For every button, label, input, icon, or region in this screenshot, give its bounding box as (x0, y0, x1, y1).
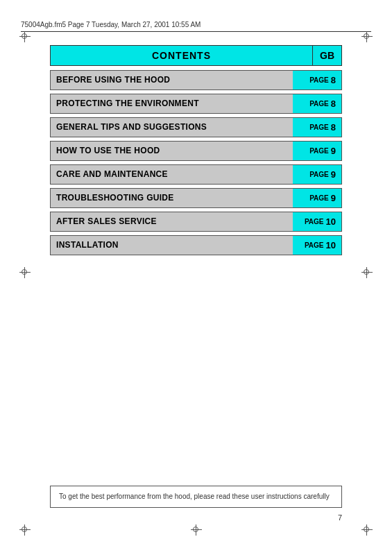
page-num: 8 (331, 99, 336, 109)
crosshair-mid-right (361, 267, 373, 278)
gb-label: GB (312, 45, 342, 66)
crosshair-bottom-center (191, 524, 202, 536)
toc-item-label: GENERAL TIPS AND SUGGESTIONS (51, 118, 293, 137)
toc-item-label: AFTER SALES SERVICE (51, 212, 293, 231)
toc-item-page: PAGE9 (293, 165, 341, 184)
toc-row: BEFORE USING THE HOODPAGE8 (50, 70, 342, 90)
toc-item-label: INSTALLATION (51, 236, 293, 255)
contents-header: CONTENTS GB (50, 45, 342, 66)
toc-item-page: PAGE9 (293, 189, 341, 207)
page-number: 7 (338, 513, 342, 522)
contents-title: CONTENTS (50, 45, 312, 66)
toc-item-page: PAGE8 (293, 71, 341, 89)
toc-item-page: PAGE8 (293, 94, 341, 113)
header-bar: 75004Agb.fm5 Page 7 Tuesday, March 27, 2… (21, 21, 371, 32)
page-num: 9 (331, 146, 336, 156)
crosshair-bottom-left (19, 524, 31, 536)
crosshair-bottom-right (361, 524, 373, 536)
toc-item-page: PAGE10 (293, 212, 341, 231)
page-label: PAGE (305, 218, 324, 225)
toc-row: INSTALLATIONPAGE10 (50, 235, 342, 255)
page-label: PAGE (309, 100, 329, 108)
page-label: PAGE (309, 171, 329, 178)
page-label: PAGE (309, 194, 329, 202)
page-label: PAGE (309, 123, 329, 131)
page-num: 10 (326, 216, 336, 227)
toc-item-label: CARE AND MAINTENANCE (51, 165, 293, 184)
toc-row: HOW TO USE THE HOODPAGE9 (50, 141, 342, 161)
page: 75004Agb.fm5 Page 7 Tuesday, March 27, 2… (0, 0, 392, 555)
toc-item-page: PAGE10 (293, 236, 341, 255)
toc-row: GENERAL TIPS AND SUGGESTIONSPAGE8 (50, 117, 342, 137)
page-num: 8 (331, 75, 336, 85)
page-label: PAGE (309, 76, 329, 84)
crosshair-top-right (361, 31, 373, 42)
page-num: 10 (326, 240, 336, 250)
toc-item-label: HOW TO USE THE HOOD (51, 142, 293, 160)
crosshair-top-left (19, 31, 31, 42)
toc-item-page: PAGE8 (293, 118, 341, 137)
toc-list: BEFORE USING THE HOODPAGE8PROTECTING THE… (50, 70, 342, 255)
content-area: CONTENTS GB BEFORE USING THE HOODPAGE8PR… (50, 45, 342, 259)
page-label: PAGE (309, 147, 329, 155)
toc-item-label: PROTECTING THE ENVIRONMENT (51, 94, 293, 113)
page-label: PAGE (305, 241, 324, 249)
toc-item-label: BEFORE USING THE HOOD (51, 71, 293, 89)
page-num: 8 (331, 122, 336, 133)
toc-item-page: PAGE9 (293, 142, 341, 160)
crosshair-mid-left (19, 267, 31, 278)
page-num: 9 (331, 193, 336, 203)
header-filename: 75004Agb.fm5 Page 7 Tuesday, March 27, 2… (21, 21, 201, 28)
toc-row: PROTECTING THE ENVIRONMENTPAGE8 (50, 94, 342, 114)
page-num: 9 (331, 169, 336, 180)
toc-row: AFTER SALES SERVICEPAGE10 (50, 212, 342, 232)
toc-item-label: TROUBLESHOOTING GUIDE (51, 189, 293, 207)
toc-row: CARE AND MAINTENANCEPAGE9 (50, 164, 342, 185)
toc-row: TROUBLESHOOTING GUIDEPAGE9 (50, 188, 342, 208)
footer-note: To get the best performance from the hoo… (50, 486, 342, 508)
